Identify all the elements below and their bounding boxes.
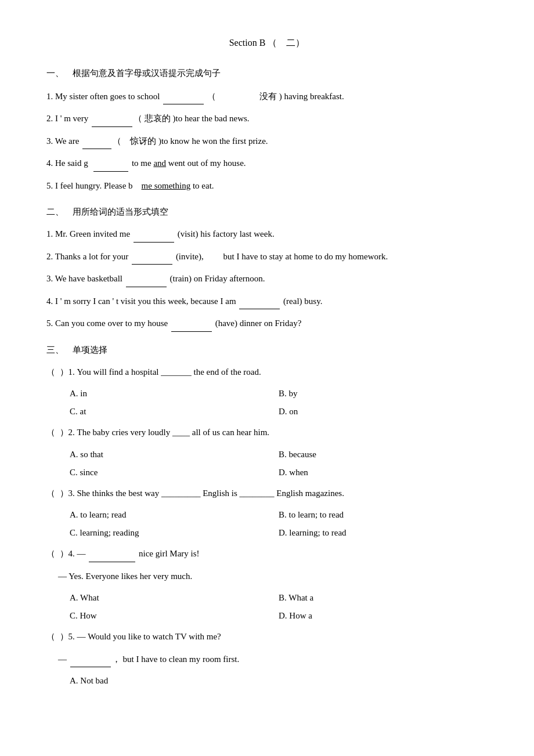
section2-questions: 1. Mr. Green invited me (visit) his fact… xyxy=(46,226,488,332)
s3-q4-options2: C. How D. How a xyxy=(58,608,488,624)
s2-q3: 3. We have basketball (train) on Friday … xyxy=(46,270,488,287)
option-c4: C. How xyxy=(70,608,279,624)
section2-header: 二、 用所给词的适当形式填空 xyxy=(46,204,488,220)
option-a4: A. What xyxy=(70,590,279,606)
option-b3: B. to learn; to read xyxy=(279,507,488,523)
option-b: B. by xyxy=(279,386,488,401)
s2-q5: 5. Can you come over to my house (have) … xyxy=(46,315,488,332)
section3-header: 三、 单项选择 xyxy=(46,342,488,358)
option-a2: A. so that xyxy=(70,447,279,462)
s3-q3-options: A. to learn; read B. to learn; to read xyxy=(58,507,488,523)
s2-q2: 2. Thanks a lot for your (invite), but I… xyxy=(46,248,488,265)
s3-q4: （ ）4. — nice girl Mary is! xyxy=(46,545,488,562)
option-a: A. in xyxy=(70,386,279,401)
page-title: Section B （ 二） xyxy=(46,35,488,52)
option-a3: A. to learn; read xyxy=(70,507,279,523)
s3-q5-options: A. Not bad xyxy=(58,673,488,689)
option-d3: D. learning; to read xyxy=(279,525,488,541)
option-d2: D. when xyxy=(279,465,488,480)
s3-q3: （ ）3. She thinks the best way _________ … xyxy=(46,485,488,502)
option-b4: B. What a xyxy=(279,590,488,606)
s1-q3: 3. We are （ 惊讶的 )to know he won the firs… xyxy=(46,133,488,150)
option-a5: A. Not bad xyxy=(70,673,284,689)
s3-q5: （ ）5. — Would you like to watch TV with … xyxy=(46,628,488,645)
s2-q1: 1. Mr. Green invited me (visit) his fact… xyxy=(46,226,488,243)
s3-q4-sub: — Yes. Everyone likes her very much. xyxy=(58,568,488,585)
section1-questions: 1. My sister often goes to school （ 没有 )… xyxy=(46,88,488,194)
section3-questions: （ ）1. You will find a hospital _______ t… xyxy=(46,364,488,689)
s3-q4-options: A. What B. What a xyxy=(58,590,488,606)
s3-q2-options2: C. since D. when xyxy=(58,465,488,480)
section1-header: 一、 根据句意及首字母或汉语提示完成句子 xyxy=(46,66,488,81)
s3-q1-options2: C. at D. on xyxy=(58,404,488,419)
s3-q1: （ ）1. You will find a hospital _______ t… xyxy=(46,364,488,381)
s3-q1-options: A. in B. by xyxy=(58,386,488,401)
option-c2: C. since xyxy=(70,465,279,480)
s1-q4: 4. He said g to me and went out of my ho… xyxy=(46,155,488,172)
s1-q5: 5. I feel hungry. Please b me something … xyxy=(46,178,488,194)
s1-q1: 1. My sister often goes to school （ 没有 )… xyxy=(46,88,488,105)
option-b2: B. because xyxy=(279,447,488,462)
s3-q5-sub: — ， but I have to clean my room first. xyxy=(58,651,488,668)
s3-q2-options: A. so that B. because xyxy=(58,447,488,462)
option-d4: D. How a xyxy=(279,608,488,624)
option-d: D. on xyxy=(279,404,488,419)
s3-q3-options2: C. learning; reading D. learning; to rea… xyxy=(58,525,488,541)
option-c: C. at xyxy=(70,404,279,419)
option-c3: C. learning; reading xyxy=(70,525,279,541)
s3-q2: （ ）2. The baby cries very loudly ____ al… xyxy=(46,424,488,441)
s2-q4: 4. I ' m sorry I can ' t visit you this … xyxy=(46,293,488,310)
s1-q2: 2. I ' m very （ 悲哀的 )to hear the bad new… xyxy=(46,110,488,127)
